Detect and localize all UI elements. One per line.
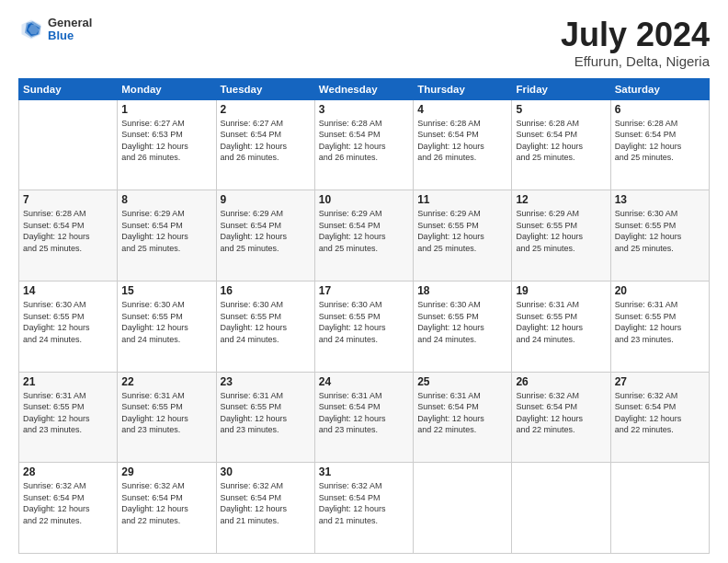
calendar-day-header: Wednesday <box>314 78 413 99</box>
day-number: 30 <box>221 465 311 478</box>
day-info: Sunrise: 6:30 AM Sunset: 6:55 PM Dayligh… <box>319 299 409 345</box>
calendar-cell: 14Sunrise: 6:30 AM Sunset: 6:55 PM Dayli… <box>19 281 118 372</box>
day-number: 12 <box>516 193 606 206</box>
calendar-week-row: 21Sunrise: 6:31 AM Sunset: 6:55 PM Dayli… <box>19 372 710 463</box>
logo-text: General Blue <box>48 17 92 43</box>
day-info: Sunrise: 6:29 AM Sunset: 6:54 PM Dayligh… <box>319 208 409 254</box>
calendar-cell: 23Sunrise: 6:31 AM Sunset: 6:55 PM Dayli… <box>216 372 314 463</box>
calendar-week-row: 7Sunrise: 6:28 AM Sunset: 6:54 PM Daylig… <box>19 190 710 282</box>
calendar-day-header: Thursday <box>414 78 512 99</box>
day-number: 9 <box>221 193 311 206</box>
calendar-cell: 22Sunrise: 6:31 AM Sunset: 6:55 PM Dayli… <box>118 372 216 463</box>
calendar-cell: 11Sunrise: 6:29 AM Sunset: 6:55 PM Dayli… <box>414 190 512 282</box>
day-number: 28 <box>23 465 113 478</box>
day-info: Sunrise: 6:29 AM Sunset: 6:55 PM Dayligh… <box>417 208 507 254</box>
logo-blue: Blue <box>48 29 92 42</box>
day-info: Sunrise: 6:28 AM Sunset: 6:54 PM Dayligh… <box>23 208 113 254</box>
day-number: 29 <box>121 465 211 478</box>
day-info: Sunrise: 6:31 AM Sunset: 6:54 PM Dayligh… <box>417 390 507 436</box>
day-number: 15 <box>121 284 211 297</box>
calendar-cell: 24Sunrise: 6:31 AM Sunset: 6:54 PM Dayli… <box>314 372 413 463</box>
calendar-cell: 16Sunrise: 6:30 AM Sunset: 6:55 PM Dayli… <box>216 281 314 372</box>
calendar-week-row: 28Sunrise: 6:32 AM Sunset: 6:54 PM Dayli… <box>19 463 710 554</box>
day-info: Sunrise: 6:29 AM Sunset: 6:54 PM Dayligh… <box>221 208 311 254</box>
day-info: Sunrise: 6:29 AM Sunset: 6:54 PM Dayligh… <box>121 208 211 254</box>
day-number: 2 <box>221 103 311 116</box>
calendar-cell: 1Sunrise: 6:27 AM Sunset: 6:53 PM Daylig… <box>118 99 216 190</box>
logo: General Blue <box>18 17 92 43</box>
day-number: 17 <box>319 284 409 297</box>
day-info: Sunrise: 6:30 AM Sunset: 6:55 PM Dayligh… <box>121 299 211 345</box>
day-number: 10 <box>319 193 409 206</box>
calendar-cell <box>19 99 118 190</box>
logo-icon <box>18 17 44 42</box>
calendar-cell: 10Sunrise: 6:29 AM Sunset: 6:54 PM Dayli… <box>314 190 413 282</box>
calendar-cell: 2Sunrise: 6:27 AM Sunset: 6:54 PM Daylig… <box>216 99 314 190</box>
calendar-week-row: 14Sunrise: 6:30 AM Sunset: 6:55 PM Dayli… <box>19 281 710 372</box>
calendar-cell: 30Sunrise: 6:32 AM Sunset: 6:54 PM Dayli… <box>216 463 314 554</box>
calendar-cell: 28Sunrise: 6:32 AM Sunset: 6:54 PM Dayli… <box>19 463 118 554</box>
day-number: 14 <box>23 284 113 297</box>
calendar-cell: 29Sunrise: 6:32 AM Sunset: 6:54 PM Dayli… <box>118 463 216 554</box>
calendar-cell: 21Sunrise: 6:31 AM Sunset: 6:55 PM Dayli… <box>19 372 118 463</box>
logo-general: General <box>48 17 92 29</box>
day-info: Sunrise: 6:32 AM Sunset: 6:54 PM Dayligh… <box>121 480 211 526</box>
day-info: Sunrise: 6:28 AM Sunset: 6:54 PM Dayligh… <box>417 118 507 164</box>
day-info: Sunrise: 6:30 AM Sunset: 6:55 PM Dayligh… <box>221 299 311 345</box>
day-info: Sunrise: 6:31 AM Sunset: 6:55 PM Dayligh… <box>23 390 113 436</box>
day-number: 8 <box>121 193 211 206</box>
day-number: 11 <box>417 193 507 206</box>
day-info: Sunrise: 6:27 AM Sunset: 6:54 PM Dayligh… <box>221 118 311 164</box>
calendar-cell: 19Sunrise: 6:31 AM Sunset: 6:55 PM Dayli… <box>512 281 610 372</box>
day-number: 20 <box>615 284 705 297</box>
day-info: Sunrise: 6:31 AM Sunset: 6:55 PM Dayligh… <box>121 390 211 436</box>
day-info: Sunrise: 6:28 AM Sunset: 6:54 PM Dayligh… <box>615 118 705 164</box>
calendar-cell: 9Sunrise: 6:29 AM Sunset: 6:54 PM Daylig… <box>216 190 314 282</box>
day-number: 5 <box>516 103 606 116</box>
day-number: 24 <box>319 375 409 388</box>
calendar-day-header: Monday <box>118 78 216 99</box>
calendar-day-header: Sunday <box>19 78 118 99</box>
day-info: Sunrise: 6:30 AM Sunset: 6:55 PM Dayligh… <box>23 299 113 345</box>
day-info: Sunrise: 6:28 AM Sunset: 6:54 PM Dayligh… <box>516 118 606 164</box>
day-number: 31 <box>319 465 409 478</box>
title-block: July 2024 Effurun, Delta, Nigeria <box>561 17 710 69</box>
title-location: Effurun, Delta, Nigeria <box>561 53 710 69</box>
calendar-cell <box>610 463 709 554</box>
calendar-table: SundayMondayTuesdayWednesdayThursdayFrid… <box>18 78 710 554</box>
calendar-cell: 7Sunrise: 6:28 AM Sunset: 6:54 PM Daylig… <box>19 190 118 282</box>
day-number: 18 <box>417 284 507 297</box>
day-info: Sunrise: 6:30 AM Sunset: 6:55 PM Dayligh… <box>417 299 507 345</box>
day-number: 7 <box>23 193 113 206</box>
calendar-cell: 26Sunrise: 6:32 AM Sunset: 6:54 PM Dayli… <box>512 372 610 463</box>
day-number: 25 <box>417 375 507 388</box>
day-info: Sunrise: 6:31 AM Sunset: 6:54 PM Dayligh… <box>319 390 409 436</box>
day-info: Sunrise: 6:32 AM Sunset: 6:54 PM Dayligh… <box>319 480 409 526</box>
day-number: 27 <box>615 375 705 388</box>
calendar-day-header: Friday <box>512 78 610 99</box>
calendar-cell <box>512 463 610 554</box>
day-info: Sunrise: 6:31 AM Sunset: 6:55 PM Dayligh… <box>221 390 311 436</box>
calendar-cell: 4Sunrise: 6:28 AM Sunset: 6:54 PM Daylig… <box>414 99 512 190</box>
day-number: 23 <box>221 375 311 388</box>
day-info: Sunrise: 6:31 AM Sunset: 6:55 PM Dayligh… <box>516 299 606 345</box>
day-info: Sunrise: 6:30 AM Sunset: 6:55 PM Dayligh… <box>615 208 705 254</box>
day-number: 13 <box>615 193 705 206</box>
day-number: 19 <box>516 284 606 297</box>
calendar-cell: 12Sunrise: 6:29 AM Sunset: 6:55 PM Dayli… <box>512 190 610 282</box>
calendar-day-header: Saturday <box>610 78 709 99</box>
calendar-cell: 5Sunrise: 6:28 AM Sunset: 6:54 PM Daylig… <box>512 99 610 190</box>
calendar-cell: 17Sunrise: 6:30 AM Sunset: 6:55 PM Dayli… <box>314 281 413 372</box>
day-number: 22 <box>121 375 211 388</box>
calendar-cell: 31Sunrise: 6:32 AM Sunset: 6:54 PM Dayli… <box>314 463 413 554</box>
day-info: Sunrise: 6:32 AM Sunset: 6:54 PM Dayligh… <box>23 480 113 526</box>
day-number: 4 <box>417 103 507 116</box>
calendar-cell: 15Sunrise: 6:30 AM Sunset: 6:55 PM Dayli… <box>118 281 216 372</box>
page: General Blue July 2024 Effurun, Delta, N… <box>0 0 728 563</box>
day-info: Sunrise: 6:32 AM Sunset: 6:54 PM Dayligh… <box>516 390 606 436</box>
day-number: 3 <box>319 103 409 116</box>
calendar-week-row: 1Sunrise: 6:27 AM Sunset: 6:53 PM Daylig… <box>19 99 710 190</box>
calendar-cell: 20Sunrise: 6:31 AM Sunset: 6:55 PM Dayli… <box>610 281 709 372</box>
day-number: 21 <box>23 375 113 388</box>
calendar-cell: 3Sunrise: 6:28 AM Sunset: 6:54 PM Daylig… <box>314 99 413 190</box>
